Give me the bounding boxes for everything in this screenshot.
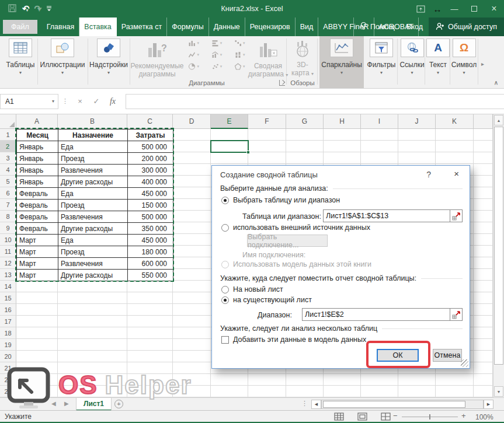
radio-select-table-range[interactable]: Выбрать таблицу или диапазон: [221, 196, 340, 204]
radio-off-icon[interactable]: [221, 286, 229, 293]
month-cell[interactable]: Март: [17, 246, 58, 258]
tab-bar-splitter-icon[interactable]: ⋮: [301, 400, 308, 407]
amount-cell[interactable]: 600 000: [128, 258, 173, 270]
table-header-cell[interactable]: Назначение: [58, 130, 128, 141]
row-header[interactable]: 3: [0, 152, 16, 164]
location-input[interactable]: [302, 308, 450, 321]
illustrations-button[interactable]: Иллюстрации▾: [39, 39, 86, 75]
row-header[interactable]: 14: [0, 281, 16, 292]
column-header[interactable]: B: [58, 114, 127, 129]
line-chart-button[interactable]: ▾: [182, 51, 205, 58]
share-button[interactable]: Общий доступ: [429, 18, 504, 36]
range-input[interactable]: [323, 209, 450, 222]
stacked-chart-button[interactable]: ▾: [228, 51, 251, 58]
addins-button[interactable]: Надстройки▾: [89, 39, 128, 75]
checkbox-unchecked-icon[interactable]: [221, 336, 229, 344]
category-cell[interactable]: Проезд: [58, 200, 128, 211]
zoom-out-icon[interactable]: −: [393, 411, 398, 420]
row-header[interactable]: 10: [0, 234, 16, 246]
cancel-button[interactable]: Отмена: [433, 349, 462, 362]
month-cell[interactable]: Январь: [17, 176, 58, 188]
page-break-view-icon[interactable]: [381, 412, 391, 422]
symbols-button[interactable]: Ω Символ▾: [450, 39, 478, 75]
confirm-entry-icon[interactable]: ✓: [88, 97, 105, 106]
fill-handle[interactable]: [246, 151, 250, 154]
column-header[interactable]: I: [361, 114, 398, 129]
row-header[interactable]: 13: [0, 269, 16, 281]
cancel-entry-icon[interactable]: ×: [72, 97, 88, 106]
ribbon-tab[interactable]: Формулы: [167, 18, 208, 36]
row-header[interactable]: 19: [0, 339, 16, 351]
location-picker-icon[interactable]: [450, 308, 463, 321]
horizontal-scroll-thumb[interactable]: [323, 401, 465, 408]
amount-cell[interactable]: 550 000: [128, 270, 173, 281]
month-cell[interactable]: Февраль: [17, 211, 58, 223]
ribbon-tab[interactable]: Разметка ст: [117, 18, 167, 36]
month-cell[interactable]: Март: [17, 235, 58, 246]
table-header-cell[interactable]: Затраты: [128, 130, 173, 141]
name-box[interactable]: A1 ▾: [0, 94, 58, 109]
waterfall-chart-button[interactable]: ▾: [228, 40, 251, 47]
row-header[interactable]: 17: [0, 316, 16, 327]
horizontal-scrollbar[interactable]: [321, 400, 484, 409]
column-header[interactable]: A: [16, 114, 58, 129]
formula-input[interactable]: [126, 94, 504, 109]
row-header[interactable]: 20: [0, 351, 16, 362]
vertical-scrollbar[interactable]: ▲ ▼: [493, 114, 504, 397]
range-picker-icon[interactable]: [450, 209, 463, 222]
row-header[interactable]: 15: [0, 292, 16, 304]
column-header-partial[interactable]: [474, 114, 493, 129]
sign-in-button[interactable]: Вход: [401, 18, 429, 36]
month-cell[interactable]: Февраль: [17, 200, 58, 211]
tables-button[interactable]: Таблицы▾: [5, 39, 36, 75]
bar-chart-button[interactable]: ▾: [205, 40, 228, 47]
category-cell[interactable]: Еда: [58, 235, 128, 246]
checkbox-add-to-model[interactable]: Добавить эти данные в модель данных: [221, 335, 366, 344]
amount-cell[interactable]: 450 000: [128, 188, 173, 200]
column-header[interactable]: C: [127, 114, 173, 129]
ribbon-tab[interactable]: Данные: [209, 18, 245, 36]
amount-cell[interactable]: 350 000: [128, 223, 173, 235]
map3d-button[interactable]: 3D-карта ▾: [289, 39, 317, 78]
text-button[interactable]: A Текст▾: [427, 39, 449, 75]
combo-chart-button[interactable]: ▾: [205, 51, 228, 58]
month-cell[interactable]: Январь: [17, 153, 58, 165]
dialog-resize-grip[interactable]: [461, 359, 468, 367]
amount-cell[interactable]: 180 000: [128, 246, 173, 258]
category-cell[interactable]: Развлечения: [58, 165, 128, 176]
amount-cell[interactable]: 200 000: [128, 153, 173, 165]
scatter-chart-button[interactable]: ▾: [205, 63, 228, 70]
save-icon[interactable]: [8, 4, 16, 14]
normal-view-icon[interactable]: [334, 412, 344, 422]
row-header[interactable]: 8: [0, 211, 16, 222]
month-cell[interactable]: Февраль: [17, 188, 58, 200]
column-header[interactable]: H: [324, 114, 361, 129]
tab-file[interactable]: Файл: [3, 20, 37, 34]
month-cell[interactable]: Январь: [17, 165, 58, 176]
pie-chart-button[interactable]: ▾: [182, 63, 205, 70]
column-header[interactable]: J: [398, 114, 436, 129]
charts-dialog-launcher-icon[interactable]: [279, 80, 285, 86]
minimize-button[interactable]: —: [444, 0, 464, 18]
radio-external-source[interactable]: использовать внешний источник данных: [221, 223, 370, 232]
category-cell[interactable]: Другие расходы: [58, 223, 128, 235]
category-cell[interactable]: Развлечения: [58, 258, 128, 270]
month-cell[interactable]: Февраль: [17, 223, 58, 235]
amount-cell[interactable]: 300 000: [128, 165, 173, 176]
month-cell[interactable]: Январь: [17, 141, 58, 153]
undo-button[interactable]: ↶▾: [22, 4, 29, 13]
category-cell[interactable]: Другие расходы: [58, 176, 128, 188]
row-header[interactable]: 4: [0, 164, 16, 176]
choose-connection-button[interactable]: Выбрать подключение...: [247, 235, 328, 247]
category-cell[interactable]: Проезд: [58, 246, 128, 258]
row-header[interactable]: 1: [0, 129, 16, 141]
radio-off-icon[interactable]: [221, 224, 229, 232]
scroll-down-icon[interactable]: ▼: [494, 386, 503, 397]
month-cell[interactable]: Март: [17, 270, 58, 281]
radio-new-sheet[interactable]: На новый лист: [221, 285, 283, 293]
maximize-button[interactable]: [464, 0, 484, 18]
formula-bar-handle-icon[interactable]: ⋮: [58, 97, 72, 105]
ribbon-tab[interactable]: Вид: [296, 18, 319, 36]
radio-on-icon[interactable]: [221, 296, 229, 304]
customize-qat-button[interactable]: [46, 5, 52, 13]
